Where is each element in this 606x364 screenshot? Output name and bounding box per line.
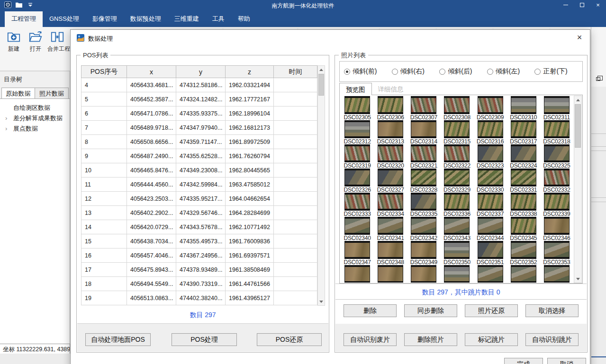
photo-thumbnail[interactable] <box>478 193 503 211</box>
photo-thumbnail[interactable] <box>344 120 370 138</box>
photo-item[interactable]: DSC02340 <box>341 217 374 241</box>
toolbar-button-3[interactable]: 合并工程 <box>47 29 67 53</box>
close-button[interactable]: × <box>590 0 606 10</box>
mark-skip-photos-button[interactable]: 标记跳片 <box>465 333 518 346</box>
auto-process-ground-pos-button[interactable]: 自动处理地面POS <box>85 333 151 346</box>
menu-tab-1[interactable]: 工程管理 <box>5 11 43 27</box>
scrollbar-thumb[interactable] <box>575 104 581 148</box>
photo-item[interactable]: DSC02306 <box>374 96 407 120</box>
photo-item[interactable]: DSC02313 <box>374 120 407 144</box>
photo-item[interactable]: DSC02341 <box>374 217 407 241</box>
pos-table-scrollbar[interactable] <box>317 65 325 306</box>
minimize-button[interactable] <box>558 0 574 10</box>
photo-item[interactable] <box>407 265 440 283</box>
photo-thumbnail[interactable] <box>344 169 370 186</box>
photo-item[interactable]: DSC02305 <box>341 96 374 120</box>
photo-item[interactable] <box>440 265 473 283</box>
photo-item[interactable]: DSC02318 <box>540 120 573 144</box>
pos-table-row[interactable]: 104056465.8476...474349.23008...1962.804… <box>81 163 317 178</box>
photo-item[interactable]: DSC02308 <box>440 96 473 120</box>
photo-thumbnail[interactable] <box>511 193 536 211</box>
photo-thumbnail[interactable] <box>511 169 536 186</box>
pos-column-header[interactable]: z <box>226 66 274 78</box>
photo-thumbnail[interactable] <box>411 96 436 114</box>
photo-item[interactable]: DSC02345 <box>507 217 540 241</box>
photo-thumbnail[interactable] <box>344 265 370 283</box>
photo-thumbnail[interactable] <box>411 217 436 235</box>
photo-thumbnail[interactable] <box>411 169 436 186</box>
photo-thumbnail[interactable] <box>378 120 403 138</box>
radio-camera-4[interactable]: 倾斜(左) <box>487 67 535 76</box>
photo-item[interactable]: DSC02319 <box>341 144 374 169</box>
photo-thumbnail[interactable] <box>411 193 436 211</box>
photo-item[interactable]: DSC02337 <box>474 193 507 217</box>
delete-button[interactable]: 删除 <box>344 304 397 317</box>
pos-table-row[interactable]: 54056452.3587...474324.12482...1962.1777… <box>81 92 317 107</box>
chevron-right-icon[interactable]: › <box>5 124 7 134</box>
photo-thumbnail[interactable] <box>478 120 503 138</box>
photo-item[interactable] <box>507 265 540 283</box>
photo-item[interactable]: DSC02342 <box>407 217 440 241</box>
photo-thumbnail[interactable] <box>478 265 503 283</box>
photo-item[interactable]: DSC02307 <box>407 96 440 120</box>
photo-item[interactable]: DSC02316 <box>474 120 507 144</box>
photo-thumbnail[interactable] <box>511 144 536 162</box>
radio-camera-2[interactable]: 倾斜(右) <box>392 67 440 76</box>
photo-thumbnail[interactable] <box>544 96 570 114</box>
finish-button[interactable]: 完成 <box>504 358 543 364</box>
photo-thumbnail[interactable] <box>511 217 536 235</box>
photo-thumbnail[interactable] <box>444 193 470 211</box>
pos-table-row[interactable]: 154056438.7034...474355.49573...1961.760… <box>81 234 317 249</box>
pos-process-button[interactable]: POS处理 <box>172 333 237 346</box>
photo-thumbnail[interactable] <box>544 169 570 186</box>
photo-thumbnail[interactable] <box>478 96 503 114</box>
photo-item[interactable]: DSC02315 <box>440 120 473 144</box>
radio-button-icon[interactable] <box>487 69 493 75</box>
photo-thumbnail[interactable] <box>544 217 570 235</box>
menu-tab-3[interactable]: 影像管理 <box>86 11 124 27</box>
pos-table-row[interactable]: 164056457.4046...474367.24956...1961.693… <box>81 249 317 263</box>
photo-thumbnail[interactable] <box>378 144 403 162</box>
radio-camera-3[interactable]: 倾斜(后) <box>439 67 487 76</box>
menu-tab-4[interactable]: 数据预处理 <box>124 11 168 27</box>
scrollbar-thumb[interactable] <box>318 74 324 96</box>
photo-item[interactable]: DSC02343 <box>440 217 473 241</box>
photo-thumbnail[interactable] <box>511 120 536 138</box>
photo-item[interactable] <box>540 265 573 283</box>
photo-thumbnail[interactable] <box>411 241 436 259</box>
radio-button-icon[interactable] <box>534 69 541 75</box>
photo-thumbnail[interactable] <box>378 241 403 259</box>
photo-item[interactable]: DSC02325 <box>540 144 573 169</box>
photo-item[interactable]: DSC02329 <box>440 169 473 193</box>
tree-item-1[interactable]: 自绘测区数据 <box>0 103 70 113</box>
photo-thumbnail[interactable] <box>411 144 436 162</box>
photo-restore-button[interactable]: 照片还原 <box>465 304 518 317</box>
photo-item[interactable]: DSC02350 <box>440 241 473 265</box>
photo-item[interactable]: DSC02344 <box>474 217 507 241</box>
menu-tab-2[interactable]: GNSS处理 <box>43 11 86 27</box>
photo-item[interactable]: DSC02317 <box>507 120 540 144</box>
photo-item[interactable]: DSC02312 <box>341 120 374 144</box>
radio-camera-5[interactable]: 正射(下) <box>534 67 582 76</box>
photo-item[interactable]: DSC02348 <box>374 241 407 265</box>
dialog-close-icon[interactable]: × <box>573 33 586 43</box>
photo-thumbnail[interactable] <box>378 265 403 283</box>
photo-thumbnail[interactable] <box>444 120 470 138</box>
photo-thumbnail[interactable] <box>544 193 570 211</box>
photo-thumbnail[interactable] <box>344 241 370 259</box>
photo-tab-1[interactable]: 预览图 <box>339 83 372 95</box>
photo-thumbnail[interactable] <box>544 241 570 259</box>
photo-item[interactable]: DSC02323 <box>474 144 507 169</box>
radio-camera-1[interactable]: 倾斜(前) <box>344 67 392 76</box>
photo-item[interactable]: DSC02324 <box>507 144 540 169</box>
photo-item[interactable]: DSC02338 <box>507 193 540 217</box>
photo-item[interactable]: DSC02332 <box>540 169 573 193</box>
photo-item[interactable]: DSC02336 <box>440 193 473 217</box>
pos-table-row[interactable]: 194056513.0863...474402.38240...1961.439… <box>81 291 317 305</box>
photo-item[interactable]: DSC02326 <box>341 169 374 193</box>
photo-item[interactable]: DSC02351 <box>474 241 507 265</box>
photo-thumbnail[interactable] <box>511 96 536 114</box>
photo-thumbnail[interactable] <box>444 241 470 259</box>
photo-thumbnail[interactable] <box>378 193 403 211</box>
photo-thumbnail[interactable] <box>411 120 436 138</box>
